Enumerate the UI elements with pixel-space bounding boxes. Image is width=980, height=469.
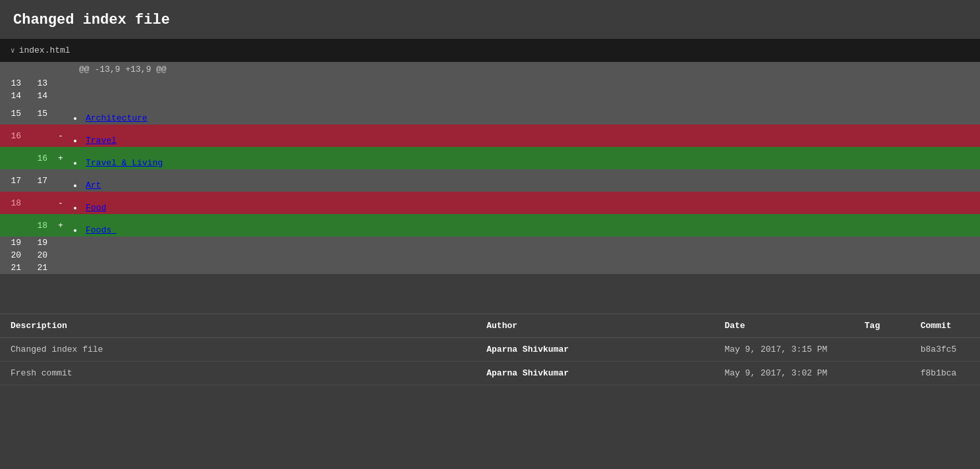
line-content: Food	[69, 192, 980, 214]
new-line-num: 13	[26, 77, 53, 90]
diff-line-row: 16 + Travel & Living	[0, 147, 980, 169]
commit-author: Aparna Shivkumar	[476, 362, 714, 385]
hunk-header-text: @@ -13,9 +13,9 @@	[69, 62, 980, 77]
commit-description: Fresh commit	[0, 362, 476, 385]
old-line-num	[0, 214, 26, 236]
col-header-tag: Tag	[854, 314, 910, 338]
new-line-num: 14	[26, 90, 53, 102]
line-sign: +	[53, 214, 69, 236]
line-content: Architecture	[69, 102, 980, 124]
commit-date: May 9, 2017, 3:15 PM	[714, 338, 853, 362]
hunk-header-row: @@ -13,9 +13,9 @@	[0, 62, 980, 77]
line-sign	[53, 90, 69, 102]
diff-table: @@ -13,9 +13,9 @@ 13 13 14 14 15 15 Arch…	[0, 62, 980, 274]
old-line-num: 14	[0, 90, 26, 102]
new-line-num: 19	[26, 236, 53, 249]
line-content	[69, 90, 980, 102]
col-header-author: Author	[476, 314, 714, 338]
commit-row[interactable]: Fresh commit Aparna Shivkumar May 9, 201…	[0, 362, 980, 385]
hunk-new-num	[26, 62, 53, 77]
old-line-num: 13	[0, 77, 26, 90]
diff-line-row: 13 13	[0, 77, 980, 90]
diff-viewer: @@ -13,9 +13,9 @@ 13 13 14 14 15 15 Arch…	[0, 62, 980, 274]
old-line-num: 18	[0, 192, 26, 214]
line-content	[69, 77, 980, 90]
line-sign	[53, 249, 69, 262]
diff-line-row: 18 + Foods	[0, 214, 980, 236]
diff-line-row: 19 19	[0, 236, 980, 249]
new-line-num: 18	[26, 214, 53, 236]
col-header-date: Date	[714, 314, 853, 338]
chevron-icon: ∨	[11, 46, 15, 55]
new-line-num: 17	[26, 169, 53, 192]
diff-line-row: 20 20	[0, 249, 980, 262]
line-sign	[53, 236, 69, 249]
col-header-commit: Commit	[910, 314, 980, 338]
commit-row[interactable]: Changed index file Aparna Shivkumar May …	[0, 338, 980, 362]
line-sign: +	[53, 147, 69, 169]
line-content: Travel & Living	[69, 147, 980, 169]
col-header-description: Description	[0, 314, 476, 338]
line-content	[69, 262, 980, 274]
page-title: Changed index file	[0, 0, 980, 39]
diff-line-row: 18 - Food	[0, 192, 980, 214]
commit-date: May 9, 2017, 3:02 PM	[714, 362, 853, 385]
commit-tag	[854, 362, 910, 385]
commit-hash: f8b1bca	[910, 362, 980, 385]
diff-line-row: 15 15 Architecture	[0, 102, 980, 124]
line-content: Art	[69, 169, 980, 192]
new-line-num: 21	[26, 262, 53, 274]
new-line-num	[26, 192, 53, 214]
file-header[interactable]: ∨ index.html	[0, 39, 980, 62]
old-line-num	[0, 147, 26, 169]
commits-table: Description Author Date Tag Commit Chang…	[0, 314, 980, 385]
old-line-num: 16	[0, 124, 26, 147]
line-sign	[53, 77, 69, 90]
commit-tag	[854, 338, 910, 362]
old-line-num: 21	[0, 262, 26, 274]
line-sign: -	[53, 192, 69, 214]
old-line-num: 19	[0, 236, 26, 249]
commit-author: Aparna Shivkumar	[476, 338, 714, 362]
new-line-num: 15	[26, 102, 53, 124]
hunk-old-num	[0, 62, 26, 77]
diff-line-row: 16 - Travel	[0, 124, 980, 147]
commits-table-wrap: Description Author Date Tag Commit Chang…	[0, 314, 980, 385]
old-line-num: 15	[0, 102, 26, 124]
new-line-num: 16	[26, 147, 53, 169]
diff-line-row: 14 14	[0, 90, 980, 102]
line-content: Foods	[69, 214, 980, 236]
new-line-num	[26, 124, 53, 147]
line-content: Travel	[69, 124, 980, 147]
commits-header-row: Description Author Date Tag Commit	[0, 314, 980, 338]
line-sign	[53, 262, 69, 274]
line-sign	[53, 169, 69, 192]
line-content	[69, 236, 980, 249]
spacer	[0, 274, 980, 314]
commit-hash: b8a3fc5	[910, 338, 980, 362]
old-line-num: 20	[0, 249, 26, 262]
line-sign: -	[53, 124, 69, 147]
diff-line-row: 17 17 Art	[0, 169, 980, 192]
line-content	[69, 249, 980, 262]
line-sign	[53, 102, 69, 124]
hunk-sign	[53, 62, 69, 77]
commit-description: Changed index file	[0, 338, 476, 362]
old-line-num: 17	[0, 169, 26, 192]
filename-label: index.html	[19, 45, 71, 55]
diff-line-row: 21 21	[0, 262, 980, 274]
new-line-num: 20	[26, 249, 53, 262]
